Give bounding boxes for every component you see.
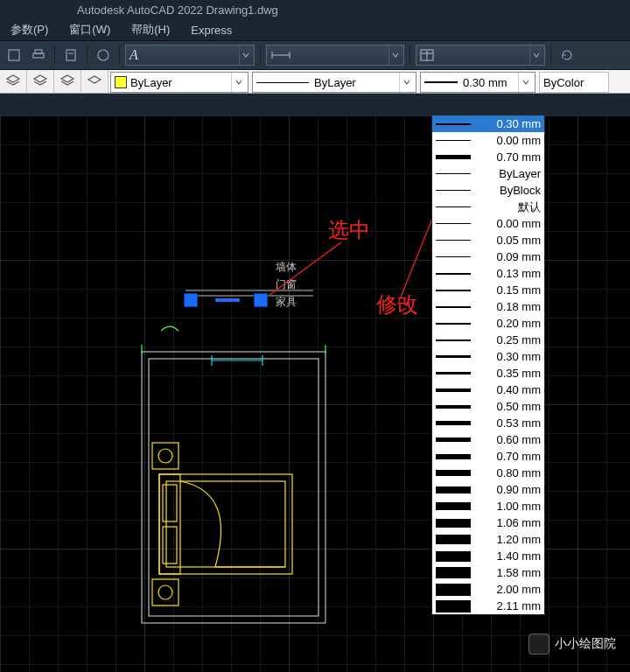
lineweight-option[interactable]: 1.40 mm [432,548,544,564]
layers2-icon[interactable] [27,70,54,93]
toolbar-1: ? A [0,41,630,70]
svg-rect-27 [159,474,292,574]
lineweight-option[interactable]: 1.58 mm [432,564,544,581]
svg-rect-0 [9,50,19,60]
lineweight-option[interactable]: 0.15 mm [432,282,544,298]
chevron-down-icon [529,46,542,65]
chevron-down-icon [518,73,533,92]
watermark-text: 小小绘图院 [555,636,616,652]
menu-help[interactable]: 帮助(H) [131,22,170,38]
lineweight-option[interactable]: 1.00 mm [432,498,544,514]
chevron-down-icon [231,73,246,92]
lineweight-option[interactable]: 0.35 mm [432,365,544,382]
svg-rect-28 [166,481,285,567]
svg-point-6 [98,50,108,60]
menu-window[interactable]: 窗口(W) [69,22,110,38]
lineweight-option[interactable]: 0.80 mm [432,465,544,481]
lineweight-option[interactable]: 2.00 mm [432,581,544,598]
svg-rect-1 [11,50,17,54]
color-dropdown[interactable]: ByLayer [110,72,248,93]
lineweight-option[interactable]: 默认 [432,199,544,215]
lineweight-option[interactable]: 0.13 mm [432,265,544,282]
lineweight-option[interactable]: 0.53 mm [432,415,544,431]
save-icon[interactable] [4,45,24,66]
svg-rect-15 [149,359,318,616]
lineweight-option[interactable]: 1.20 mm [432,531,544,548]
lineweight-option[interactable]: 0.25 mm [432,332,544,348]
lineweight-option[interactable]: 0.09 mm [432,248,544,265]
layers3-icon[interactable] [54,70,81,93]
lineweight-option[interactable]: 0.40 mm [432,382,544,398]
lineweight-option[interactable]: 0.20 mm [432,315,544,332]
lineweight-option[interactable]: 2.11 mm [432,598,544,614]
calc-icon[interactable] [60,45,81,66]
color-swatch [115,76,127,88]
tablestyle-dropdown[interactable] [416,45,545,66]
svg-text:?: ? [101,51,106,60]
lineweight-option[interactable]: 0.18 mm [432,298,544,315]
chevron-down-icon [239,46,252,65]
layers-icon[interactable] [0,70,27,93]
svg-rect-31 [163,527,177,564]
textstyle-dropdown[interactable]: A [125,45,255,66]
lineweight-option[interactable]: 0.00 mm [432,132,544,149]
svg-point-24 [158,449,172,463]
watermark: 小小绘图院 [528,634,616,654]
menu-params[interactable]: 参数(P) [10,22,48,38]
layers4-icon[interactable] [81,70,108,93]
lineweight-label: 0.30 mm [463,76,508,89]
svg-point-26 [158,585,172,599]
plot-icon[interactable] [28,45,49,66]
grip-start[interactable] [184,293,198,307]
lineweight-option[interactable]: ByLayer [432,165,544,182]
lineweight-option[interactable]: ByBlock [432,182,544,199]
layer-label-furn: 家具 [276,295,297,310]
menu-bar: 参数(P) 窗口(W) 帮助(H) Express [0,19,630,41]
lineweight-option[interactable]: 1.06 mm [432,514,544,531]
svg-rect-3 [35,50,42,53]
lineweight-option[interactable]: 0.05 mm [432,232,544,248]
chevron-down-icon [399,73,414,92]
lineweight-option[interactable]: 0.30 mm [432,348,544,365]
help-icon[interactable]: ? [93,45,114,66]
plotstyle-label: ByColor [543,76,584,89]
properties-bar: ByLayer ByLayer 0.30 mm ByColor [0,70,630,94]
app-title: Autodesk AutoCAD 2022 Drawing1.dwg [77,4,278,17]
color-label: ByLayer [130,76,172,89]
lineweight-option[interactable]: 0.60 mm [432,431,544,448]
dimstyle-dropdown[interactable] [266,45,404,66]
lineweight-option[interactable]: 0.30 mm [432,116,544,132]
annotation-select: 选中 [328,216,370,244]
annotation-modify: 修改 [376,290,418,318]
lineweight-option[interactable]: 0.70 mm [432,448,544,465]
svg-rect-14 [142,352,326,623]
layer-label-door: 门窗 [276,277,297,292]
lineweight-option[interactable]: 0.70 mm [432,149,544,165]
menu-express[interactable]: Express [191,24,232,37]
lineweight-option[interactable]: 0.00 mm [432,215,544,232]
svg-rect-2 [33,53,44,58]
svg-rect-30 [163,485,177,522]
svg-rect-25 [152,579,178,606]
wechat-icon [528,634,550,654]
refresh-icon[interactable] [556,45,578,66]
svg-rect-23 [152,443,178,469]
linetype-label: ByLayer [314,76,356,89]
lineweight-dropdown[interactable]: 0.30 mm [420,72,536,93]
lineweight-option[interactable]: 0.50 mm [432,398,544,415]
lineweight-option[interactable]: 0.90 mm [432,481,544,498]
grip-end[interactable] [254,293,268,307]
lineweight-options-list[interactable]: 0.30 mm0.00 mm0.70 mmByLayerByBlock默认0.0… [431,115,545,615]
layer-label-wall: 墙体 [276,260,297,275]
selected-object[interactable] [215,298,240,302]
plotstyle-dropdown[interactable]: ByColor [539,72,609,93]
svg-rect-4 [66,50,75,60]
title-bar: Autodesk AutoCAD 2022 Drawing1.dwg [0,0,630,19]
chevron-down-icon [388,46,402,65]
linetype-dropdown[interactable]: ByLayer [252,72,416,93]
